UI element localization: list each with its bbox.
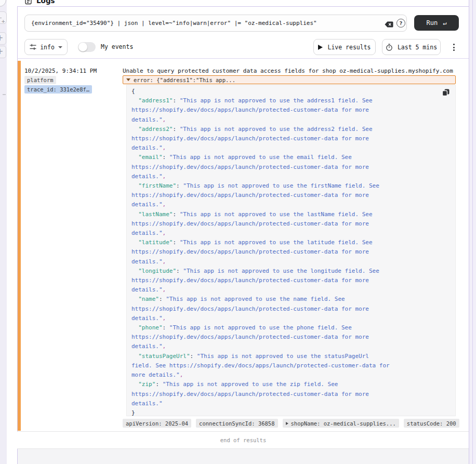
meta-tags-row: apiVersion: 2025-04connectionSyncId: 368…: [123, 419, 459, 428]
meta-tag[interactable]: connectionSyncId: 36858: [196, 419, 277, 428]
live-results-button[interactable]: Live results: [313, 39, 376, 55]
meta-tag-label: apiVersion: 2025-04: [126, 420, 188, 427]
chevron-down-icon: [58, 46, 62, 48]
end-of-results-label: end of results: [220, 437, 267, 443]
end-of-results: end of results: [17, 431, 469, 449]
filter-sliders-icon: [30, 44, 36, 50]
play-icon: [318, 45, 323, 50]
plus-icon[interactable]: [0, 32, 6, 45]
clock-icon: [386, 44, 393, 51]
meta-tag-label: connectionSyncId: 36858: [199, 420, 274, 427]
page-title: Logs: [36, 0, 55, 5]
enter-key-icon: ↵: [443, 19, 446, 26]
right-panel-rail: [469, 0, 476, 464]
page-footer: [18, 449, 469, 464]
my-events-label: My events: [101, 43, 133, 50]
run-label: Run: [427, 19, 438, 26]
log-severity-bar: [18, 61, 21, 431]
dashed-divider: [0, 94, 6, 95]
run-button[interactable]: Run ↵: [414, 15, 459, 31]
expand-triangle-icon: [286, 422, 288, 425]
level-filter-dropdown[interactable]: info: [24, 39, 68, 55]
collapse-triangle-icon: [126, 78, 130, 81]
meta-tag-label: statusCode: 200: [407, 420, 456, 427]
add-connection-icon[interactable]: [0, 11, 7, 24]
copy-icon[interactable]: [442, 88, 449, 96]
node-circle-icon[interactable]: [0, 0, 6, 7]
time-range-label: Last 5 mins: [398, 44, 437, 51]
panel-header: Logs: [24, 0, 55, 6]
more-options-icon[interactable]: [450, 42, 457, 53]
meta-tag[interactable]: apiVersion: 2025-04: [123, 419, 191, 428]
error-json-block: { "address1": "This app is not approved …: [126, 85, 456, 416]
source-tag[interactable]: platform: [24, 76, 56, 84]
logs-icon: [24, 0, 32, 5]
left-sidebar: [0, 0, 7, 464]
clear-query-icon[interactable]: [385, 20, 393, 26]
error-expander[interactable]: error: {"address1":"This app...: [123, 75, 456, 84]
log-message: Unable to query protected customer data …: [123, 68, 453, 74]
section-divider: [17, 58, 469, 59]
help-icon[interactable]: [396, 19, 405, 28]
error-json-code: { "address1": "This app is not approved …: [127, 85, 398, 416]
live-results-label: Live results: [327, 44, 371, 51]
meta-tag-label: shopName: oz-medical-supplies...: [291, 420, 396, 427]
plus-icon[interactable]: [0, 46, 6, 58]
error-summary: error: {"address1":"This app...: [134, 77, 235, 83]
meta-tag[interactable]: shopName: oz-medical-supplies...: [283, 419, 399, 428]
toggle-knob: [78, 43, 87, 51]
trace-id-tag[interactable]: trace_id: 331e2e8f…: [24, 85, 92, 94]
log-timestamp: 10/2/2025, 9:34:11 PM: [24, 68, 97, 74]
time-range-button[interactable]: Last 5 mins: [382, 39, 441, 55]
my-events-toggle[interactable]: [78, 42, 96, 52]
meta-tag[interactable]: statusCode: 200: [404, 419, 459, 428]
query-input[interactable]: [24, 15, 407, 32]
level-filter-value: info: [40, 44, 55, 51]
